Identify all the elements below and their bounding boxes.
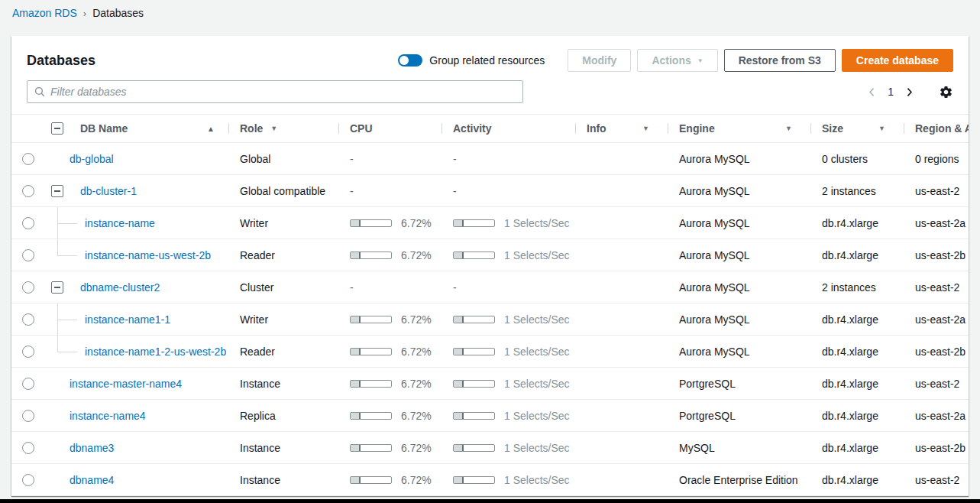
db-name-link[interactable]: dbname3 (70, 442, 114, 454)
table-body: db-globalGlobal--Aurora MySQL0 clusters0… (11, 143, 969, 496)
actions-dropdown-button[interactable]: Actions ▼ (637, 49, 717, 72)
activity-value: 1 Selects/Sec (504, 249, 570, 261)
db-name-link[interactable]: instance-name4 (70, 410, 146, 422)
role-filter-caret-icon[interactable]: ▼ (270, 125, 277, 132)
row-radio-button[interactable] (22, 185, 34, 197)
modify-button[interactable]: Modify (568, 49, 631, 72)
cpu-meter (350, 412, 392, 420)
region-value: us-east-2 (915, 378, 959, 390)
meter-tick (359, 349, 361, 355)
db-name-cell: db-cluster-1 (45, 175, 228, 206)
meter-tick (462, 220, 464, 226)
toggle-label: Group related resources (429, 54, 545, 67)
select-all-cell (11, 115, 45, 142)
table-row: instance-nameWriter6.72%1 Selects/SecAur… (11, 207, 969, 239)
row-radio-button[interactable] (22, 378, 34, 390)
column-header-engine[interactable]: Engine (679, 122, 715, 135)
group-related-resources-toggle[interactable] (398, 54, 422, 67)
meter-tick (359, 445, 361, 451)
row-radio-button[interactable] (22, 313, 34, 326)
actions-label: Actions (652, 54, 691, 67)
db-name-link[interactable]: instance-name (85, 217, 155, 229)
activity-meter (453, 444, 495, 452)
meter-fill (454, 445, 462, 451)
column-header-info[interactable]: Info (587, 122, 606, 135)
collapse-all-icon[interactable] (51, 122, 63, 135)
breadcrumb-amazon-rds-link[interactable]: Amazon RDS (12, 7, 77, 19)
region-cell: us-east-2b (904, 432, 969, 463)
info-cell (575, 464, 668, 495)
table-row: instance-master-name4Instance6.72%1 Sele… (11, 368, 969, 400)
meter-tick (462, 252, 464, 258)
activity-cell: - (441, 271, 575, 303)
db-name-link[interactable]: dbname4 (70, 474, 114, 486)
size-cell: db.r4.xlarge (810, 464, 904, 495)
filter-databases-field[interactable] (27, 80, 523, 103)
info-cell (575, 368, 668, 399)
activity-cell: - (441, 175, 575, 206)
row-radio-button[interactable] (22, 474, 34, 486)
breadcrumb-current: Databases (92, 7, 144, 19)
info-cell (575, 207, 668, 239)
role-cell: Global compatible (228, 175, 338, 206)
previous-page-button[interactable] (862, 84, 881, 100)
size-filter-caret-icon[interactable]: ▼ (878, 125, 904, 132)
collapse-row-icon[interactable] (51, 185, 63, 197)
collapse-row-icon[interactable] (51, 281, 63, 294)
info-filter-caret-icon[interactable]: ▼ (642, 125, 668, 132)
activity-cell: - (441, 143, 575, 174)
info-cell (575, 175, 668, 206)
column-header-role[interactable]: Role (240, 122, 263, 135)
db-name-link[interactable]: instance-name-us-west-2b (85, 249, 211, 261)
databases-panel: Databases Group related resources Modify… (11, 36, 969, 496)
db-name-link[interactable]: db-cluster-1 (80, 185, 137, 197)
create-database-button[interactable]: Create database (842, 49, 953, 72)
db-name-link[interactable]: instance-name1-1 (85, 313, 170, 326)
page-number[interactable]: 1 (881, 86, 900, 98)
engine-value: Aurora MySQL (679, 153, 750, 165)
role-cell: Reader (228, 239, 338, 271)
meter-tick (359, 381, 361, 387)
next-page-button[interactable] (900, 84, 919, 100)
db-name-link[interactable]: dbname-cluster2 (80, 281, 160, 294)
row-radio-button[interactable] (22, 153, 34, 165)
cpu-cell: - (338, 143, 441, 174)
row-radio-button[interactable] (22, 410, 34, 422)
info-cell (575, 400, 668, 431)
role-cell: Writer (228, 303, 338, 335)
row-radio-button[interactable] (22, 346, 34, 358)
row-radio-button[interactable] (22, 217, 34, 229)
activity-cell: 1 Selects/Sec (441, 400, 575, 431)
db-name-link[interactable]: instance-master-name4 (70, 378, 182, 390)
engine-filter-caret-icon[interactable]: ▼ (785, 125, 810, 132)
activity-meter (453, 380, 495, 388)
db-name-cell: instance-name (45, 207, 228, 239)
restore-from-s3-button[interactable]: Restore from S3 (724, 49, 836, 72)
role-value: Reader (240, 346, 275, 358)
cpu-meter (350, 316, 392, 323)
sort-ascending-icon[interactable]: ▲ (207, 125, 228, 133)
engine-value: Aurora MySQL (679, 185, 750, 197)
db-name-link[interactable]: db-global (70, 153, 114, 165)
filter-databases-input[interactable] (50, 86, 516, 98)
settings-button[interactable] (939, 85, 953, 99)
row-radio-button[interactable] (22, 249, 34, 261)
row-radio-button[interactable] (22, 281, 34, 294)
row-radio-button[interactable] (22, 442, 34, 454)
column-header-size[interactable]: Size (822, 122, 843, 135)
role-cell: Global (228, 143, 338, 174)
cpu-cell: 6.72% (338, 432, 441, 463)
region-header-cell: Region & A (904, 115, 969, 142)
cpu-meter (350, 476, 392, 484)
role-value: Global compatible (240, 185, 325, 197)
meter-fill (454, 316, 462, 323)
engine-value: MySQL (679, 442, 715, 454)
cpu-value: 6.72% (401, 249, 432, 261)
column-header-db-name[interactable]: DB Name (80, 122, 128, 135)
cpu-value: 6.72% (401, 410, 432, 422)
activity-cell: 1 Selects/Sec (441, 207, 575, 239)
role-cell: Replica (228, 400, 338, 431)
db-name-link[interactable]: instance-name1-2-us-west-2b (85, 346, 226, 358)
actions-caret-icon: ▼ (697, 57, 703, 64)
engine-cell: Aurora MySQL (668, 239, 810, 271)
